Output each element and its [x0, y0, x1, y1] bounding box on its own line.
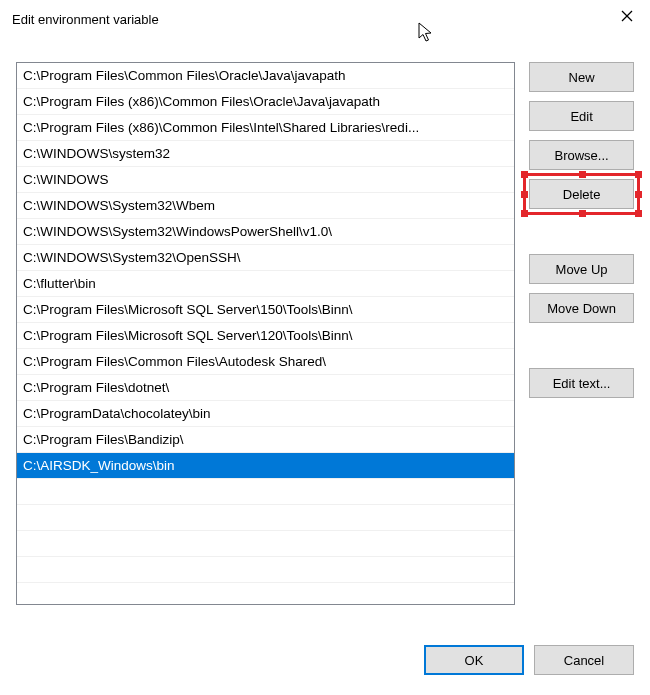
path-list-item[interactable]: C:\Program Files\Common Files\Oracle\Jav… — [17, 63, 514, 89]
close-icon — [621, 10, 633, 22]
path-list-item[interactable]: C:\Program Files (x86)\Common Files\Inte… — [17, 115, 514, 141]
path-list-item[interactable]: C:\Program Files\dotnet\ — [17, 375, 514, 401]
path-list-item[interactable]: C:\WINDOWS\System32\OpenSSH\ — [17, 245, 514, 271]
edit-button[interactable]: Edit — [529, 101, 634, 131]
move-up-button[interactable]: Move Up — [529, 254, 634, 284]
path-list-item[interactable]: C:\ProgramData\chocolatey\bin — [17, 401, 514, 427]
path-list-item[interactable]: C:\flutter\bin — [17, 271, 514, 297]
path-list-item[interactable]: C:\WINDOWS — [17, 167, 514, 193]
path-list-item[interactable]: C:\Program Files\Common Files\Autodesk S… — [17, 349, 514, 375]
move-down-button[interactable]: Move Down — [529, 293, 634, 323]
dialog-footer: OK Cancel — [424, 645, 634, 675]
new-button[interactable]: New — [529, 62, 634, 92]
path-list-item[interactable]: C:\WINDOWS\system32 — [17, 141, 514, 167]
path-list-item[interactable]: C:\Program Files\Bandizip\ — [17, 427, 514, 453]
path-listbox[interactable]: C:\Program Files\Common Files\Oracle\Jav… — [16, 62, 515, 605]
window-title: Edit environment variable — [12, 12, 159, 27]
delete-button[interactable]: Delete — [529, 179, 634, 209]
path-list-item[interactable]: C:\AIRSDK_Windows\bin — [17, 453, 514, 479]
path-list-empty-row — [17, 531, 514, 557]
path-list-empty-row — [17, 505, 514, 531]
close-button[interactable] — [604, 0, 650, 32]
edit-text-button[interactable]: Edit text... — [529, 368, 634, 398]
path-list-empty-row — [17, 479, 514, 505]
dialog-body: C:\Program Files\Common Files\Oracle\Jav… — [0, 38, 650, 605]
browse-button[interactable]: Browse... — [529, 140, 634, 170]
titlebar: Edit environment variable — [0, 0, 650, 38]
path-list-empty-row — [17, 557, 514, 583]
path-list-item[interactable]: C:\Program Files\Microsoft SQL Server\12… — [17, 323, 514, 349]
path-list-item[interactable]: C:\Program Files (x86)\Common Files\Orac… — [17, 89, 514, 115]
path-list-item[interactable]: C:\Program Files\Microsoft SQL Server\15… — [17, 297, 514, 323]
path-list-item[interactable]: C:\WINDOWS\System32\Wbem — [17, 193, 514, 219]
ok-button[interactable]: OK — [424, 645, 524, 675]
path-list-item[interactable]: C:\WINDOWS\System32\WindowsPowerShell\v1… — [17, 219, 514, 245]
cancel-button[interactable]: Cancel — [534, 645, 634, 675]
button-sidebar: New Edit Browse... Delete Move Up Move D… — [529, 62, 634, 605]
